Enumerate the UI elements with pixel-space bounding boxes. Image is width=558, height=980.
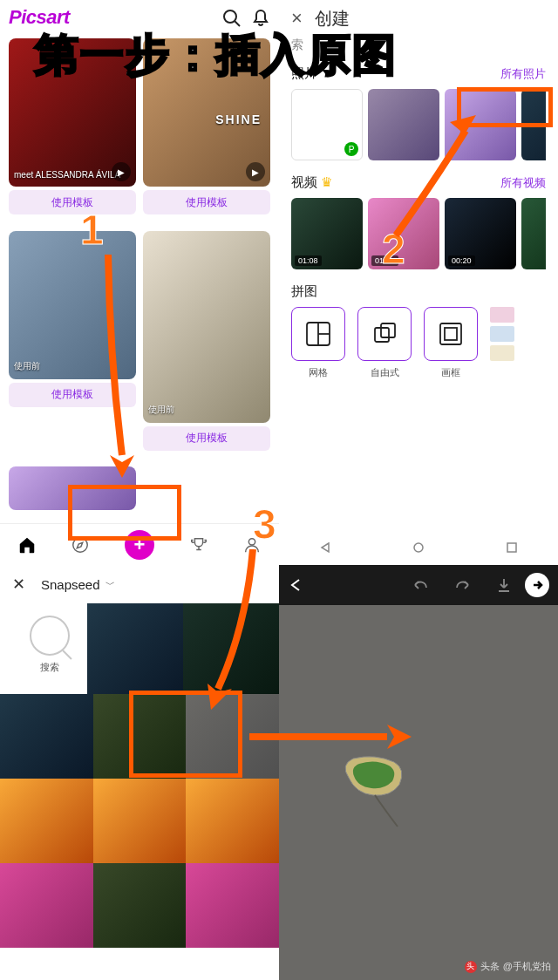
all-photos-link[interactable]: 所有照片 xyxy=(500,66,546,82)
apply-button[interactable] xyxy=(525,573,549,597)
use-template-button[interactable]: 使用模板 xyxy=(9,190,136,214)
watermark: 头 头条 @手机党拍 xyxy=(465,960,551,973)
editor-canvas[interactable]: 头 头条 @手机党拍 xyxy=(279,605,558,980)
svg-point-3 xyxy=(249,538,255,544)
card-caption: 使用前 xyxy=(14,360,40,372)
play-icon[interactable]: ▶ xyxy=(112,162,131,181)
close-icon[interactable]: × xyxy=(291,7,303,30)
template-card[interactable]: 使用前 使用模板 xyxy=(5,228,140,464)
picsart-home-screen: Picsart meet ALESSANDRA ÁVILA▶ 使用模板 SHIN… xyxy=(0,0,279,565)
photo-thumb[interactable] xyxy=(93,694,187,779)
video-duration: 00:20 xyxy=(448,255,475,266)
collage-freestyle-option[interactable]: 自由式 xyxy=(357,307,412,379)
svg-line-1 xyxy=(235,21,240,26)
collage-frame-option[interactable]: 画框 xyxy=(424,307,478,379)
photo-thumb[interactable]: P xyxy=(291,89,363,160)
watermark-label: 头条 xyxy=(480,960,500,973)
search-row: 索 xyxy=(279,37,558,58)
photo-thumb[interactable] xyxy=(87,603,183,694)
use-template-button[interactable]: 使用模板 xyxy=(143,426,270,451)
download-icon[interactable] xyxy=(495,576,513,594)
photo-thumb[interactable] xyxy=(186,863,279,948)
svg-point-0 xyxy=(224,10,236,23)
close-icon[interactable]: ✕ xyxy=(12,575,25,594)
home-icon[interactable] xyxy=(17,535,37,555)
album-title[interactable]: Snapseed xyxy=(41,577,100,592)
back-icon[interactable] xyxy=(288,576,305,594)
video-thumb[interactable]: 01:08 xyxy=(291,198,363,269)
bell-icon[interactable] xyxy=(251,8,270,27)
picsart-logo: Picsart xyxy=(9,6,70,29)
svg-rect-10 xyxy=(381,323,395,337)
template-feed[interactable]: meet ALESSANDRA ÁVILA▶ 使用模板 SHINE▶ 使用模板 … xyxy=(0,35,279,523)
svg-rect-14 xyxy=(507,543,516,552)
use-template-button[interactable]: 使用模板 xyxy=(143,190,270,214)
card-caption: meet ALESSANDRA ÁVILA xyxy=(14,170,120,180)
all-videos-link[interactable]: 所有视频 xyxy=(500,175,546,191)
photo-thumb[interactable] xyxy=(0,694,93,779)
photo-thumb[interactable] xyxy=(93,863,187,948)
search-tile[interactable]: 搜索 xyxy=(0,603,87,694)
photo-thumb[interactable] xyxy=(186,779,279,863)
create-button[interactable]: + xyxy=(125,530,154,560)
picsart-header: Picsart xyxy=(0,0,279,35)
collage-heading: 拼图 xyxy=(291,283,317,300)
photo-thumb[interactable] xyxy=(186,694,279,779)
home-icon[interactable] xyxy=(412,541,425,554)
svg-rect-9 xyxy=(375,328,389,342)
recent-icon[interactable] xyxy=(506,541,518,554)
svg-point-2 xyxy=(73,537,88,552)
create-panel: × 创建 索 照片 所有照片 P 视频 ♛ 所有视频 01:08 01:11 0… xyxy=(279,0,558,565)
template-card[interactable] xyxy=(5,463,140,523)
editor-screen: 头 头条 @手机党拍 xyxy=(279,565,558,980)
photo-thumb[interactable] xyxy=(445,89,516,160)
collage-more-preview[interactable] xyxy=(490,307,516,379)
redo-icon[interactable] xyxy=(453,576,471,594)
undo-icon[interactable] xyxy=(412,576,429,594)
profile-icon[interactable] xyxy=(242,535,262,555)
video-thumb[interactable]: 00:20 xyxy=(445,198,516,269)
photo-thumb[interactable] xyxy=(183,603,279,694)
photo-thumb[interactable] xyxy=(521,89,546,160)
svg-point-13 xyxy=(414,543,423,552)
photos-section: 照片 所有照片 P xyxy=(279,58,558,167)
video-duration: 01:11 xyxy=(371,255,398,266)
trophy-icon[interactable] xyxy=(189,535,208,555)
frame-icon xyxy=(437,320,465,348)
editor-toolbar xyxy=(279,565,558,605)
search-icon[interactable] xyxy=(221,8,241,27)
videos-heading: 视频 ♛ xyxy=(291,174,332,191)
photo-thumb[interactable] xyxy=(93,779,187,863)
template-card[interactable]: SHINE▶ 使用模板 xyxy=(140,35,274,228)
video-duration: 01:08 xyxy=(295,255,322,266)
watermark-avatar: 头 xyxy=(465,961,477,973)
explore-icon[interactable] xyxy=(71,535,90,555)
photo-thumb[interactable] xyxy=(368,89,439,160)
chevron-down-icon[interactable]: ﹀ xyxy=(105,578,115,591)
freestyle-icon xyxy=(371,320,398,348)
search-icon xyxy=(30,616,70,656)
template-card[interactable]: 使用前 使用模板 xyxy=(140,228,274,464)
search-label: 搜索 xyxy=(12,661,87,674)
collage-label: 自由式 xyxy=(371,366,399,379)
video-thumb[interactable] xyxy=(521,198,546,269)
search-placeholder[interactable]: 索 xyxy=(291,37,303,51)
play-icon[interactable]: ▶ xyxy=(246,162,265,181)
collage-grid-option[interactable]: 网格 xyxy=(291,307,345,379)
video-thumb[interactable]: 01:11 xyxy=(368,198,439,269)
snapseed-header: ✕ Snapseed ﹀ xyxy=(0,565,279,603)
grid-icon xyxy=(304,320,332,348)
photos-heading: 照片 xyxy=(291,65,317,82)
template-card[interactable]: meet ALESSANDRA ÁVILA▶ 使用模板 xyxy=(5,35,140,228)
svg-rect-12 xyxy=(445,328,457,340)
back-icon[interactable] xyxy=(319,541,331,554)
card-caption: 使用前 xyxy=(148,404,174,416)
watermark-user: @手机党拍 xyxy=(503,960,551,973)
collage-label: 网格 xyxy=(309,366,328,379)
lotus-image xyxy=(331,752,418,828)
photo-thumb[interactable] xyxy=(0,863,93,948)
use-template-button[interactable]: 使用模板 xyxy=(9,383,136,407)
create-title: 创建 xyxy=(315,7,350,31)
collage-label: 画框 xyxy=(441,366,460,379)
photo-thumb[interactable] xyxy=(0,779,93,863)
